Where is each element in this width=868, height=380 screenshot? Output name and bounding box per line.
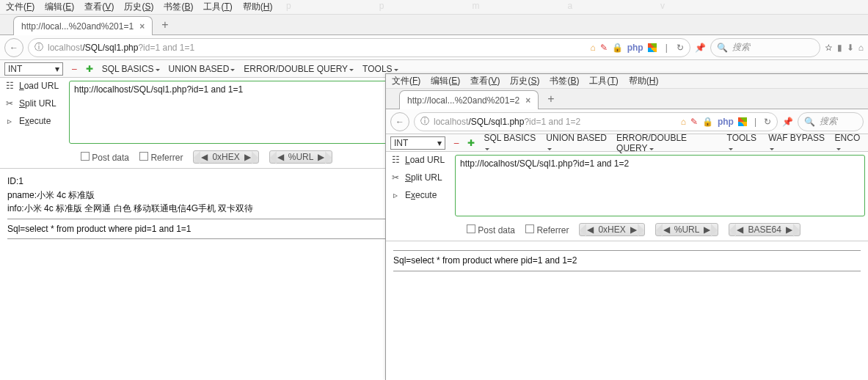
url-host: localhost — [48, 43, 82, 53]
split-url-button[interactable]: ✂Split URL — [4, 98, 65, 109]
menu-view[interactable]: 查看(V) — [470, 75, 500, 87]
menu-encoding[interactable]: ENCO — [835, 133, 864, 153]
library-icon[interactable]: ▮ — [837, 43, 842, 53]
menu-bookmarks[interactable]: 书签(B) — [550, 75, 579, 87]
postdata-checkbox[interactable]: Post data — [467, 224, 515, 235]
tab-active[interactable]: http://local...%20and%201=1 × — [13, 16, 153, 35]
minus-icon[interactable]: – — [454, 138, 459, 148]
close-icon[interactable]: × — [139, 21, 145, 32]
menu-error-double[interactable]: ERROR/DOUBLE QUERY — [244, 64, 354, 74]
menu-error-double[interactable]: ERROR/DOUBLE QUERY — [616, 133, 718, 153]
navbar: ← ⓘ localhost/SQL/sql1.php?id=1 and 1=1 … — [0, 35, 868, 60]
play-icon: ▹ — [4, 116, 15, 126]
menu-file[interactable]: 文件(F) — [392, 75, 420, 87]
url-field[interactable]: ⓘ localhost/SQL/sql1.php?id=1 and 1=2 ⌂ … — [414, 112, 778, 131]
pin-icon[interactable]: 📌 — [695, 43, 706, 53]
db-icon: ☷ — [4, 81, 15, 91]
menu-tools[interactable]: TOOLS — [727, 133, 760, 153]
home-icon[interactable]: ⌂ — [590, 43, 595, 53]
url-field[interactable]: ⓘ localhost/SQL/sql1.php?id=1 and 1=1 ⌂ … — [28, 38, 690, 57]
close-icon[interactable]: × — [525, 95, 530, 106]
feather-icon[interactable]: ✎ — [690, 117, 698, 127]
plus-icon[interactable]: ✚ — [467, 138, 475, 148]
hackbar-tools: ☷Load URL ✂Split URL ▹Execute — [386, 152, 455, 219]
urlenc-chip[interactable]: ◀%URL▶ — [655, 223, 719, 236]
menu-history[interactable]: 历史(S) — [124, 1, 153, 13]
menu-edit[interactable]: 编辑(E) — [45, 1, 74, 13]
menu-help[interactable]: 帮助(H) — [629, 75, 659, 87]
hex-chip[interactable]: ◀0xHEX▶ — [193, 150, 258, 164]
menu-bookmarks[interactable]: 书签(B) — [164, 1, 193, 13]
menu-sql-basics[interactable]: SQL BASICS — [102, 64, 160, 74]
tab-title: http://local...%20and%201=2 — [407, 95, 519, 106]
page-content: Sql=select * from product where pid=1 an… — [386, 241, 868, 280]
feather-icon[interactable]: ✎ — [600, 43, 608, 53]
hackbar-menubar: INT▾ – ✚ SQL BASICS UNION BASED ERROR/DO… — [386, 134, 868, 152]
new-tab-button[interactable]: + — [157, 18, 172, 32]
int-dropdown[interactable]: INT▾ — [4, 62, 63, 76]
execute-button[interactable]: ▹Execute — [4, 116, 65, 126]
menu-tools[interactable]: 工具(T) — [203, 1, 232, 13]
result-sql: Sql=select * from product where pid=1 an… — [393, 254, 861, 268]
lock-icon[interactable]: 🔒 — [702, 117, 713, 127]
lock-icon[interactable]: 🔒 — [612, 43, 623, 53]
navbar: ← ⓘ localhost/SQL/sql1.php?id=1 and 1=2 … — [386, 109, 868, 134]
search-field[interactable]: 🔍 搜索 — [798, 112, 864, 131]
info-icon[interactable]: ⓘ — [420, 115, 429, 128]
menu-file[interactable]: 文件(F) — [6, 1, 34, 13]
menu-waf-bypass[interactable]: WAF BYPASS — [768, 133, 825, 153]
load-url-button[interactable]: ☷Load URL — [390, 155, 451, 165]
menu-union-based[interactable]: UNION BASED — [546, 133, 608, 153]
windows-icon[interactable] — [738, 117, 747, 126]
hackbar-tools: ☷Load URL ✂Split URL ▹Execute — [0, 78, 69, 146]
home-button[interactable]: ⌂ — [858, 43, 864, 53]
reload-icon[interactable]: ↻ — [764, 117, 771, 127]
url-query: ?id=1 and 1=2 — [524, 117, 580, 127]
tab-active[interactable]: http://local...%20and%201=2 × — [399, 90, 539, 109]
menu-help[interactable]: 帮助(H) — [243, 1, 273, 13]
home-icon[interactable]: ⌂ — [681, 117, 686, 127]
menu-history[interactable]: 历史(S) — [510, 75, 539, 87]
hackbar-body: ☷Load URL ✂Split URL ▹Execute — [386, 152, 868, 219]
search-field[interactable]: 🔍 搜索 — [710, 38, 820, 57]
base64-chip[interactable]: ◀BASE64▶ — [729, 223, 800, 236]
referrer-checkbox[interactable]: Referrer — [139, 152, 183, 163]
plus-icon[interactable]: ✚ — [86, 64, 93, 74]
execute-button[interactable]: ▹Execute — [390, 190, 451, 200]
url-textarea[interactable] — [455, 155, 865, 216]
search-placeholder: 搜索 — [732, 41, 750, 54]
back-button[interactable]: ← — [4, 38, 23, 57]
hex-chip[interactable]: ◀0xHEX▶ — [579, 223, 644, 236]
split-url-button[interactable]: ✂Split URL — [390, 172, 451, 183]
load-url-button[interactable]: ☷Load URL — [4, 81, 65, 91]
background-tabs-faint: ppmav — [286, 1, 665, 11]
divider — [393, 271, 861, 271]
postdata-checkbox[interactable]: Post data — [81, 152, 129, 163]
urlenc-chip[interactable]: ◀%URL▶ — [269, 150, 333, 164]
info-icon[interactable]: ⓘ — [34, 41, 43, 54]
minus-icon[interactable]: – — [72, 64, 77, 74]
reload-icon[interactable]: ↻ — [676, 43, 684, 53]
pin-icon[interactable]: 📌 — [782, 117, 793, 127]
menubar: 文件(F) 编辑(E) 查看(V) 历史(S) 书签(B) 工具(T) 帮助(H… — [386, 74, 868, 89]
menu-tools[interactable]: 工具(T) — [589, 75, 618, 87]
star-icon[interactable]: ☆ — [825, 43, 833, 53]
menu-tools[interactable]: TOOLS — [362, 64, 398, 74]
back-button[interactable]: ← — [390, 112, 409, 131]
menu-sql-basics[interactable]: SQL BASICS — [484, 133, 537, 153]
menu-view[interactable]: 查看(V) — [84, 1, 114, 13]
url-textarea-wrap — [455, 155, 865, 219]
browser-window-2: 文件(F) 编辑(E) 查看(V) 历史(S) 书签(B) 工具(T) 帮助(H… — [385, 73, 868, 380]
windows-icon[interactable] — [648, 43, 657, 52]
download-icon[interactable]: ⬇ — [847, 43, 854, 53]
url-query: ?id=1 and 1=1 — [138, 43, 194, 53]
search-placeholder: 搜索 — [820, 115, 837, 128]
new-tab-button[interactable]: + — [543, 92, 558, 106]
php-icon[interactable]: php — [718, 117, 734, 127]
referrer-checkbox[interactable]: Referrer — [525, 224, 569, 235]
hackbar-options: Post data Referrer ◀0xHEX▶ ◀%URL▶ ◀BASE6… — [386, 219, 868, 241]
php-icon[interactable]: php — [627, 43, 643, 53]
menu-union-based[interactable]: UNION BASED — [169, 64, 236, 74]
menu-edit[interactable]: 编辑(E) — [431, 75, 460, 87]
int-dropdown[interactable]: INT▾ — [390, 136, 445, 150]
